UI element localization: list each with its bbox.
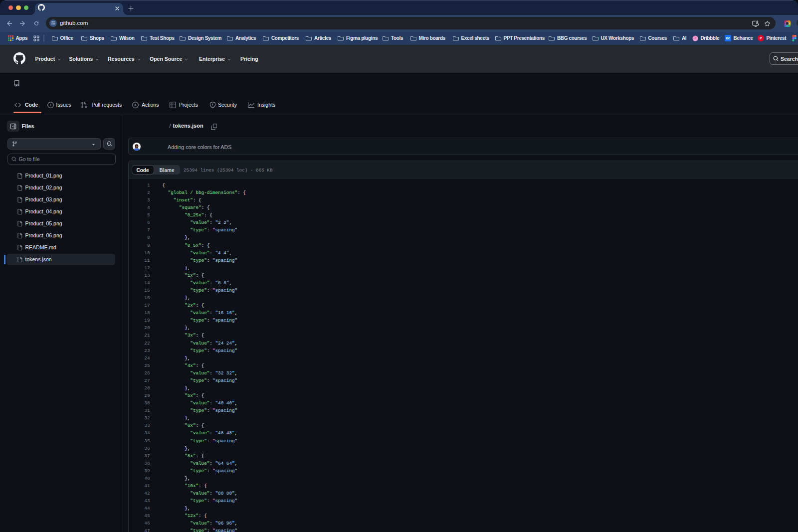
svg-text:Bē: Bē xyxy=(726,36,730,40)
svg-text:P: P xyxy=(760,36,762,40)
